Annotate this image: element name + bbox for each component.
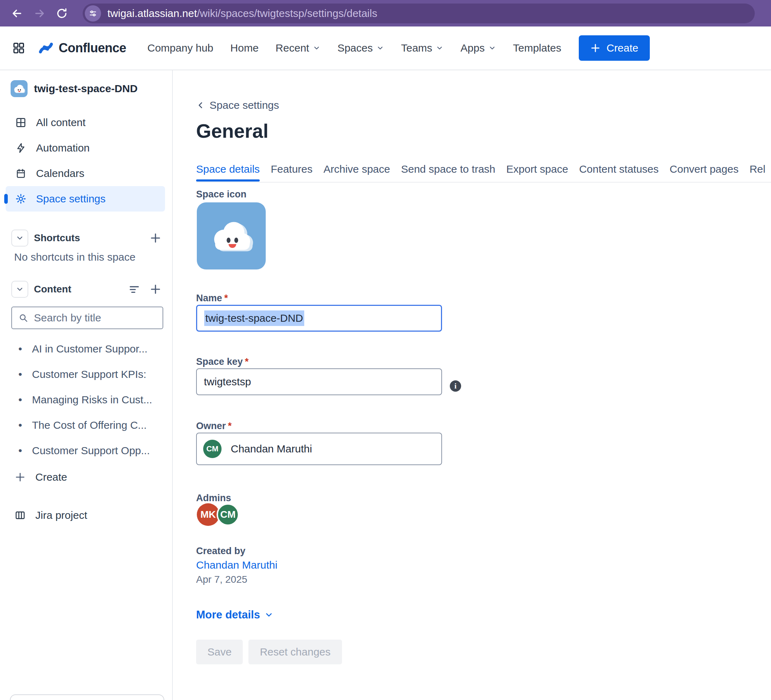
lightning-icon — [15, 143, 27, 153]
url-text: twigai.atlassian.net/wiki/spaces/twigtes… — [107, 7, 377, 19]
add-shortcut-button[interactable] — [150, 232, 161, 244]
owner-select[interactable]: CM Chandan Maruthi — [196, 433, 442, 465]
url-path: /wiki/spaces/twigtestsp/settings/details — [197, 7, 377, 19]
nav-item-templates[interactable]: Templates — [513, 42, 561, 54]
nav-item-company-hub[interactable]: Company hub — [147, 42, 213, 54]
browser-toolbar: twigai.atlassian.net/wiki/spaces/twigtes… — [0, 0, 771, 26]
owner-label-text: Owner — [196, 421, 226, 431]
product-name: Confluence — [59, 41, 126, 55]
tab-features[interactable]: Features — [271, 161, 312, 182]
save-button[interactable]: Save — [196, 640, 243, 664]
owner-avatar: CM — [203, 440, 221, 458]
tab-space-details[interactable]: Space details — [196, 161, 260, 182]
space-header[interactable]: twig-test-space-DND — [11, 80, 137, 97]
tab-content-statuses[interactable]: Content statuses — [579, 161, 659, 182]
page-title: Customer Support KPIs: — [32, 369, 146, 380]
more-details-link[interactable]: More details — [196, 609, 273, 621]
add-content-button[interactable] — [150, 283, 161, 295]
plus-icon — [590, 43, 601, 53]
reset-changes-button[interactable]: Reset changes — [249, 640, 342, 664]
page-list-item[interactable]: •The Cost of Offering C... — [0, 413, 172, 438]
name-input-value: twig-test-space-DND — [204, 310, 304, 326]
page-list-item[interactable]: •Customer Support KPIs: — [0, 362, 172, 387]
calendar-icon — [15, 168, 27, 179]
page-list-item[interactable]: •AI in Customer Suppor... — [0, 336, 172, 362]
nav-item-home[interactable]: Home — [230, 42, 259, 54]
nav-item-teams[interactable]: Teams — [401, 42, 444, 54]
sidebar-item-calendars[interactable]: Calendars — [0, 161, 172, 186]
space-icon-label: Space icon — [196, 189, 247, 200]
bullet-icon: • — [18, 394, 22, 406]
sidebar-bottom-panel — [10, 694, 164, 700]
more-details-label: More details — [196, 609, 260, 621]
page-title: Customer Support Opp... — [32, 445, 150, 456]
browser-forward-icon[interactable] — [33, 7, 46, 20]
nav-item-recent[interactable]: Recent — [276, 42, 320, 54]
filter-icon[interactable] — [128, 283, 140, 295]
name-input[interactable]: twig-test-space-DND — [196, 305, 442, 331]
page-list-item[interactable]: •Managing Risks in Cust... — [0, 387, 172, 413]
name-label: Name* — [196, 293, 228, 304]
back-link-label: Space settings — [210, 99, 279, 111]
jira-project-label: Jira project — [35, 509, 87, 521]
sidebar-create-button[interactable]: Create — [0, 465, 172, 490]
search-icon — [18, 313, 28, 323]
collapse-content-button[interactable] — [11, 281, 28, 298]
sidebar-item-label: Space settings — [36, 193, 106, 205]
owner-label: Owner* — [196, 421, 232, 432]
create-button[interactable]: Create — [579, 35, 649, 61]
nav-item-label: Company hub — [147, 42, 213, 54]
created-by-user-link[interactable]: Chandan Maruthi — [196, 559, 277, 571]
space-sidebar: twig-test-space-DND All content Automati… — [0, 70, 173, 700]
search-by-title-input[interactable]: Search by title — [11, 307, 163, 329]
space-key-input[interactable]: twigtestsp — [196, 369, 442, 395]
bullet-icon: • — [18, 419, 22, 431]
app-switcher-icon[interactable] — [12, 41, 26, 55]
confluence-logo[interactable]: Confluence — [38, 40, 126, 56]
page-title: Managing Risks in Cust... — [32, 394, 152, 406]
tab-export-space[interactable]: Export space — [506, 161, 568, 182]
tab-truncated[interactable]: Rel — [750, 161, 765, 182]
tab-send-space-to-trash[interactable]: Send space to trash — [401, 161, 495, 182]
tab-convert-pages[interactable]: Convert pages — [670, 161, 738, 182]
sidebar-item-space-settings[interactable]: Space settings — [6, 186, 165, 211]
board-icon — [14, 510, 26, 521]
content-pages-list: •AI in Customer Suppor... •Customer Supp… — [0, 336, 172, 463]
search-placeholder: Search by title — [34, 312, 101, 324]
page-title: General — [196, 120, 268, 142]
space-key-label-text: Space key — [196, 356, 243, 367]
sidebar-item-label: Calendars — [36, 167, 85, 179]
admin-avatar-cm[interactable]: CM — [216, 503, 239, 526]
required-mark: * — [245, 356, 249, 367]
grid-icon — [15, 117, 27, 128]
admin-avatar-mk[interactable]: MK — [197, 503, 220, 526]
active-indicator — [4, 194, 8, 204]
admins-avatar-group: MK CM — [197, 503, 239, 526]
chevron-left-icon — [196, 101, 205, 110]
page-list-item[interactable]: •Customer Support Opp... — [0, 438, 172, 463]
sidebar-item-automation[interactable]: Automation — [0, 135, 172, 161]
address-bar[interactable]: twigai.atlassian.net/wiki/spaces/twigtes… — [83, 3, 755, 23]
chevron-down-icon — [313, 44, 320, 52]
nav-item-spaces[interactable]: Spaces — [337, 42, 384, 54]
nav-item-apps[interactable]: Apps — [460, 42, 496, 54]
space-icon-image[interactable] — [197, 202, 266, 270]
info-icon[interactable]: i — [450, 380, 461, 392]
shortcuts-title: Shortcuts — [34, 232, 80, 244]
back-to-space-settings-link[interactable]: Space settings — [196, 99, 279, 111]
tab-archive-space[interactable]: Archive space — [324, 161, 390, 182]
chevron-down-icon — [264, 610, 273, 619]
sidebar-item-all-content[interactable]: All content — [0, 110, 172, 135]
site-settings-icon[interactable] — [85, 5, 101, 21]
chevron-down-icon — [436, 44, 444, 52]
confluence-space-settings-page: twigai.atlassian.net/wiki/spaces/twigtes… — [0, 0, 771, 700]
gear-icon — [15, 193, 27, 205]
nav-item-label: Home — [230, 42, 259, 54]
sidebar-create-label: Create — [35, 471, 67, 483]
browser-back-icon[interactable] — [11, 7, 23, 20]
plus-icon — [14, 471, 26, 483]
browser-refresh-icon[interactable] — [56, 7, 68, 19]
collapse-shortcuts-button[interactable] — [11, 229, 28, 247]
bullet-icon: • — [18, 369, 22, 380]
sidebar-item-jira-project[interactable]: Jira project — [0, 503, 172, 528]
